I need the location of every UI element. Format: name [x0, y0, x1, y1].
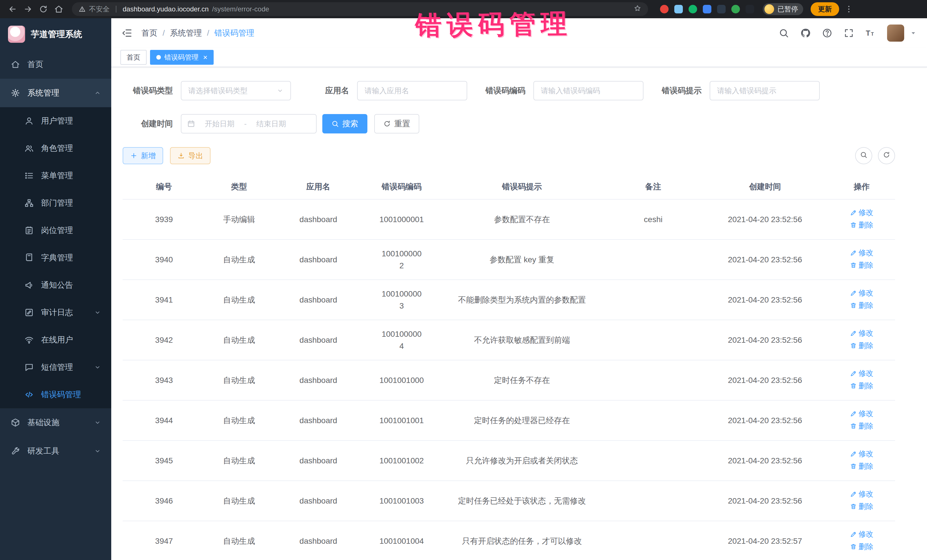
sidebar-item-9[interactable]: 审计日志	[0, 299, 111, 326]
export-button[interactable]: 导出	[170, 147, 211, 164]
extension-icon-6[interactable]	[746, 5, 754, 14]
edit-button[interactable]: 修改	[850, 529, 873, 540]
app-logo-row: 芋道管理系统	[0, 18, 111, 50]
cell-remark	[605, 240, 702, 280]
github-icon[interactable]	[800, 28, 811, 38]
tab-1[interactable]: 错误码管理×	[150, 50, 214, 65]
sidebar-item-11[interactable]: 短信管理	[0, 354, 111, 381]
main-area: 首页/系统管理/错误码管理 TT 首页错误码管理× 错误码类型	[111, 18, 927, 560]
sms-icon	[24, 363, 34, 372]
sidebar-item-label: 通知公告	[41, 280, 73, 291]
error-code-input[interactable]	[533, 81, 643, 100]
tab-0[interactable]: 首页	[120, 50, 147, 65]
error-type-select[interactable]: 请选择错误码类型	[181, 81, 291, 100]
sidebar-item-6[interactable]: 岗位管理	[0, 217, 111, 244]
breadcrumb-item-0[interactable]: 首页	[141, 28, 158, 38]
error-hint-input[interactable]	[710, 81, 820, 100]
edit-icon	[850, 209, 857, 216]
edit-button[interactable]: 修改	[850, 287, 873, 299]
browser-forward-icon[interactable]	[22, 3, 33, 15]
help-icon[interactable]	[822, 28, 832, 38]
filter-label-code: 错误码编码	[485, 85, 526, 96]
sidebar-item-label: 系统管理	[27, 88, 59, 99]
sidebar-item-4[interactable]: 菜单管理	[0, 162, 111, 189]
user-avatar[interactable]	[887, 24, 904, 42]
sidebar-item-1[interactable]: 系统管理	[0, 79, 111, 107]
error-code-table: 编号类型应用名错误码编码错误码提示备注创建时间操作 3939手动编辑dashbo…	[123, 175, 895, 560]
sidebar-item-0[interactable]: 首页	[0, 50, 111, 79]
edit-button[interactable]: 修改	[850, 489, 873, 499]
search-icon	[331, 120, 339, 127]
breadcrumb-item-1[interactable]: 系统管理	[170, 28, 202, 38]
browser-reload-icon[interactable]	[38, 3, 49, 15]
profile-chip[interactable]: 已暂停	[763, 3, 803, 15]
delete-button[interactable]: 删除	[850, 260, 873, 271]
refresh-table-button[interactable]	[878, 147, 895, 164]
trash-icon	[850, 262, 857, 269]
font-size-icon[interactable]: TT	[865, 28, 876, 38]
delete-button[interactable]: 删除	[850, 420, 873, 432]
sidebar-item-5[interactable]: 部门管理	[0, 189, 111, 217]
sidebar-item-2[interactable]: 用户管理	[0, 107, 111, 135]
delete-button[interactable]: 删除	[850, 461, 873, 472]
browser-back-icon[interactable]	[7, 3, 18, 15]
sidebar-menu: 首页系统管理用户管理角色管理菜单管理部门管理岗位管理字典管理通知公告审计日志在线…	[0, 50, 111, 465]
end-date-input[interactable]	[250, 120, 292, 128]
toggle-search-button[interactable]	[855, 147, 872, 164]
sidebar-item-3[interactable]: 角色管理	[0, 135, 111, 162]
address-bar[interactable]: 不安全 dashboard.yudao.iocoder.cn/system/er…	[72, 2, 648, 16]
sidebar-item-13[interactable]: 基础设施	[0, 408, 111, 437]
filter-label-hint: 错误码提示	[662, 85, 702, 96]
sidebar-item-14[interactable]: 研发工具	[0, 437, 111, 465]
sidebar-item-label: 用户管理	[41, 115, 73, 126]
date-range-picker[interactable]: -	[181, 114, 317, 134]
delete-button[interactable]: 删除	[850, 541, 873, 552]
edit-icon	[850, 249, 857, 256]
fullscreen-icon[interactable]	[844, 28, 854, 38]
cell-app: dashboard	[273, 481, 364, 521]
edit-button[interactable]: 修改	[850, 408, 873, 419]
trash-icon	[850, 543, 857, 550]
delete-button[interactable]: 删除	[850, 340, 873, 351]
delete-button[interactable]: 删除	[850, 300, 873, 311]
cell-app: dashboard	[273, 521, 364, 560]
start-date-input[interactable]	[199, 120, 241, 128]
select-placeholder: 请选择错误码类型	[188, 86, 277, 96]
extension-icon-0[interactable]	[660, 5, 669, 14]
sidebar-item-10[interactable]: 在线用户	[0, 326, 111, 354]
edit-button[interactable]: 修改	[850, 368, 873, 379]
extension-icon-3[interactable]	[703, 5, 711, 14]
column-header-2: 应用名	[273, 175, 364, 199]
app-name-input[interactable]	[357, 81, 467, 100]
edit-button[interactable]: 修改	[850, 448, 873, 459]
sidebar-item-7[interactable]: 字典管理	[0, 244, 111, 272]
fold-sidebar-icon[interactable]	[122, 28, 132, 38]
range-separator: -	[244, 120, 247, 128]
delete-button[interactable]: 删除	[850, 501, 873, 512]
edit-button[interactable]: 修改	[850, 207, 873, 218]
extension-icon-2[interactable]	[688, 5, 697, 14]
delete-button[interactable]: 删除	[850, 380, 873, 392]
sidebar-item-8[interactable]: 通知公告	[0, 272, 111, 299]
add-button[interactable]: 新增	[123, 147, 163, 164]
tab-close-icon[interactable]: ×	[203, 54, 207, 61]
breadcrumb: 首页/系统管理/错误码管理	[141, 28, 254, 38]
search-icon[interactable]	[779, 28, 789, 38]
update-button[interactable]: 更新	[811, 2, 839, 16]
reset-button[interactable]: 重置	[374, 114, 419, 134]
bookmark-star-icon[interactable]	[634, 5, 641, 14]
extension-icon-4[interactable]	[717, 5, 726, 14]
delete-button[interactable]: 删除	[850, 220, 873, 231]
sidebar-item-12[interactable]: 错误码管理	[0, 381, 111, 408]
search-button[interactable]: 搜索	[322, 114, 368, 134]
chevron-down-icon	[94, 419, 101, 426]
breadcrumb-item-2: 错误码管理	[214, 28, 254, 38]
edit-button[interactable]: 修改	[850, 328, 873, 339]
filter-group-code: 错误码编码	[485, 81, 643, 100]
caret-down-icon[interactable]	[910, 30, 917, 36]
edit-button[interactable]: 修改	[850, 247, 873, 258]
browser-home-icon[interactable]	[53, 3, 64, 15]
extension-icon-5[interactable]	[731, 5, 740, 14]
kebab-menu-icon[interactable]	[843, 3, 854, 15]
extension-icon-1[interactable]	[674, 5, 683, 14]
